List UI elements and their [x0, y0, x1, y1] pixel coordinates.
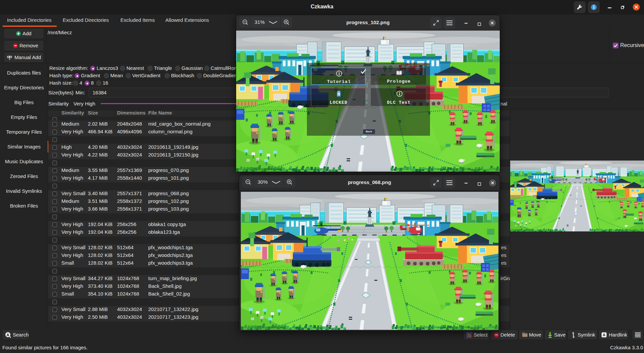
svg-text:A: A: [6, 333, 9, 337]
svg-text:A: A: [603, 333, 605, 337]
